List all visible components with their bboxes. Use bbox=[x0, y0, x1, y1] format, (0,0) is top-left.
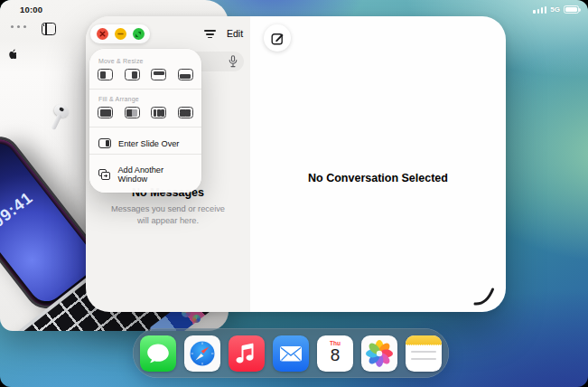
arrange-bottom-half-icon[interactable] bbox=[178, 69, 193, 80]
menu-item-add-window[interactable]: Add Another Window bbox=[98, 161, 193, 185]
status-time: 10:00 bbox=[20, 5, 42, 14]
split-three-columns-icon[interactable] bbox=[151, 107, 166, 118]
dock-app-messages[interactable] bbox=[140, 335, 176, 372]
safari-icon bbox=[184, 335, 220, 372]
add-window-icon bbox=[98, 169, 110, 180]
signal-bars-icon bbox=[533, 6, 546, 14]
fullscreen-button[interactable] bbox=[133, 28, 145, 40]
iphone-lockscreen-time: 09:41 bbox=[0, 180, 47, 240]
dock-app-photos[interactable] bbox=[361, 335, 397, 372]
fill-arrange-options bbox=[98, 107, 193, 118]
split-two-columns-icon[interactable] bbox=[125, 107, 140, 118]
notes-yellow-band bbox=[406, 335, 442, 345]
arrange-right-half-icon[interactable] bbox=[125, 69, 140, 80]
photos-icon bbox=[361, 335, 397, 372]
menu-section-label: Fill & Arrange bbox=[98, 96, 192, 102]
dock-app-mail[interactable] bbox=[273, 335, 309, 372]
arrange-left-half-icon[interactable] bbox=[98, 69, 113, 80]
compose-icon bbox=[271, 32, 285, 45]
compose-button[interactable] bbox=[264, 24, 291, 52]
dock-app-calendar[interactable]: Thu 8 bbox=[317, 335, 353, 372]
close-button[interactable] bbox=[97, 28, 108, 40]
dock: Thu 8 bbox=[133, 328, 449, 378]
menu-divider bbox=[89, 89, 201, 90]
calendar-day-label: 8 bbox=[317, 346, 353, 364]
dock-app-safari[interactable] bbox=[184, 335, 220, 372]
arrange-top-half-icon[interactable] bbox=[151, 69, 166, 80]
empty-state-subtitle: Messages you send or receive will appear… bbox=[105, 203, 231, 227]
window-more-icon[interactable] bbox=[11, 25, 26, 28]
mail-icon bbox=[273, 335, 309, 372]
apple-logo-icon bbox=[6, 49, 16, 61]
messages-icon bbox=[140, 335, 176, 372]
corner-resize-indicator[interactable] bbox=[472, 287, 496, 307]
slide-over-icon bbox=[98, 138, 111, 148]
network-label: 5G bbox=[550, 5, 560, 14]
dock-app-music[interactable] bbox=[229, 335, 265, 372]
menu-divider bbox=[89, 154, 201, 155]
filter-icon[interactable] bbox=[203, 30, 216, 39]
battery-icon bbox=[564, 5, 579, 14]
conversation-pane: No Conversation Selected bbox=[250, 16, 506, 312]
microphone-icon[interactable] bbox=[229, 55, 238, 68]
status-indicators: 5G bbox=[533, 5, 579, 14]
dock-app-notes[interactable] bbox=[406, 335, 442, 372]
sidebar-toggle-icon[interactable] bbox=[42, 23, 56, 35]
menu-item-enter-slide-over[interactable]: Enter Slide Over bbox=[98, 134, 193, 154]
ipad-screen: 09:41 Edit bbox=[0, 0, 588, 387]
menu-section-label: Move & Resize bbox=[98, 58, 192, 64]
no-conversation-label: No Conversation Selected bbox=[250, 172, 506, 184]
menu-divider bbox=[89, 127, 201, 127]
window-controls bbox=[90, 24, 150, 43]
fill-screen-icon[interactable] bbox=[98, 107, 113, 118]
airpod-product-image bbox=[52, 102, 70, 119]
music-icon bbox=[229, 335, 265, 372]
edit-button[interactable]: Edit bbox=[227, 28, 243, 39]
window-arrange-menu: Move & Resize Fill & Arrange Enter Slide… bbox=[89, 49, 201, 193]
grid-four-windows-icon[interactable] bbox=[178, 107, 193, 118]
webpage-avatar bbox=[192, 315, 201, 323]
minimize-button[interactable] bbox=[115, 28, 126, 40]
move-resize-options bbox=[98, 69, 193, 80]
